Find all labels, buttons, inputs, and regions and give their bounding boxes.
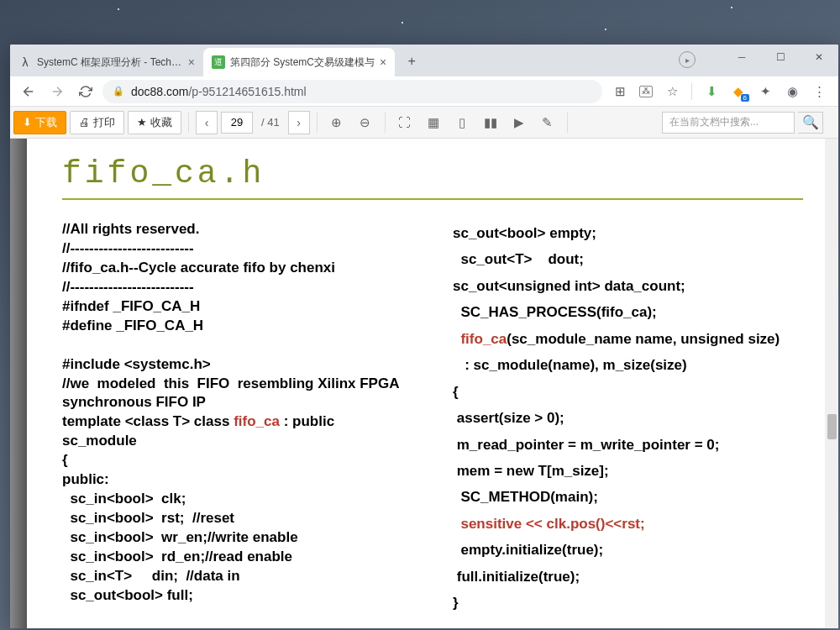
lambda-icon: λ: [18, 55, 32, 69]
address-bar: 🔒 doc88.com/p-951214651615.html ⊞ ⁂ ☆ ⬇ …: [10, 76, 838, 107]
reload-button[interactable]: [74, 80, 97, 103]
titlebar: λ SystemC 框架原理分析 - Tech No × 道 第四部分 Syst…: [10, 45, 838, 76]
document-page: fifo_ca.h //All rights reserved.//------…: [27, 139, 838, 628]
fingerprint-icon[interactable]: ◉: [785, 84, 800, 99]
edit-icon[interactable]: ✎: [535, 111, 560, 134]
bookmark-icon[interactable]: ☆: [664, 84, 680, 99]
close-window-button[interactable]: ✕: [800, 45, 838, 70]
puzzle-icon[interactable]: ✦: [758, 84, 773, 99]
tab-label: 第四部分 SystemC交易级建模与: [230, 55, 375, 70]
tab-inactive[interactable]: λ SystemC 框架原理分析 - Tech No ×: [10, 48, 203, 76]
badge-count: 6: [741, 94, 749, 102]
back-button[interactable]: [17, 80, 40, 103]
single-page-icon[interactable]: ▯: [449, 111, 475, 134]
close-icon[interactable]: ×: [188, 55, 195, 69]
grid-view-icon[interactable]: ▦: [421, 111, 446, 134]
present-icon[interactable]: ▶: [507, 111, 532, 134]
two-page-icon[interactable]: ▮▮: [478, 111, 503, 134]
download-icon: ⬇: [23, 116, 32, 129]
tab-label: SystemC 框架原理分析 - Tech No: [37, 55, 183, 70]
lock-icon: 🔒: [113, 86, 124, 97]
download-label: 下载: [35, 115, 57, 130]
zoom-out-icon[interactable]: ⊖: [353, 111, 378, 134]
download-ext-icon[interactable]: ⬇: [704, 84, 719, 99]
url-path: /p-951214651615.html: [188, 85, 306, 98]
code-column-right: sc_out<bool> empty; sc_out<T> dout;sc_ou…: [453, 220, 803, 617]
url-input[interactable]: 🔒 doc88.com/p-951214651615.html: [102, 80, 602, 103]
url-domain: doc88.com: [131, 85, 188, 98]
translate-icon[interactable]: ⁂: [639, 86, 653, 97]
qr-icon[interactable]: ⊞: [612, 84, 627, 99]
document-viewport: fifo_ca.h //All rights reserved.//------…: [10, 139, 838, 628]
page-total: / 41: [256, 116, 285, 129]
page-title: fifo_ca.h: [62, 152, 803, 200]
document-toolbar: ⬇下载 🖨打印 ★收藏 ‹ / 41 › ⊕ ⊖ ⛶ ▦ ▯ ▮▮ ▶ ✎ 在当…: [10, 107, 838, 139]
menu-icon[interactable]: ⋮: [811, 84, 827, 99]
close-icon[interactable]: ×: [380, 55, 386, 69]
address-actions: ⊞ ⁂ ☆ ⬇ ◆6 ✦ ◉ ⋮: [607, 83, 832, 100]
search-input[interactable]: 在当前文档中搜索...: [662, 112, 795, 134]
minimize-button[interactable]: ─: [722, 45, 761, 70]
doc-icon: 道: [212, 55, 225, 69]
extension-icon[interactable]: ◆6: [731, 84, 746, 99]
forward-button[interactable]: [45, 80, 69, 103]
fullscreen-icon[interactable]: ⛶: [392, 111, 417, 134]
window-controls: ─ ☐ ✕: [722, 45, 838, 70]
print-icon: 🖨: [79, 116, 90, 129]
prev-page-button[interactable]: ‹: [196, 111, 218, 134]
page-edge: [10, 139, 27, 628]
favorite-label: 收藏: [150, 115, 172, 130]
print-label: 打印: [93, 115, 115, 130]
new-tab-button[interactable]: +: [400, 50, 423, 73]
tab-active[interactable]: 道 第四部分 SystemC交易级建模与 ×: [203, 48, 395, 76]
zoom-in-icon[interactable]: ⊕: [324, 111, 349, 134]
cast-icon[interactable]: ▸: [679, 51, 696, 68]
scroll-thumb[interactable]: [827, 414, 837, 439]
browser-window: λ SystemC 框架原理分析 - Tech No × 道 第四部分 Syst…: [10, 45, 838, 628]
next-page-button[interactable]: ›: [288, 111, 310, 134]
print-button[interactable]: 🖨打印: [70, 111, 124, 134]
maximize-button[interactable]: ☐: [761, 45, 800, 70]
search-button[interactable]: 🔍: [798, 112, 823, 134]
download-button[interactable]: ⬇下载: [13, 111, 66, 134]
star-icon: ★: [137, 116, 147, 129]
favorite-button[interactable]: ★收藏: [128, 111, 181, 134]
code-column-left: //All rights reserved.//----------------…: [62, 220, 412, 617]
scrollbar[interactable]: [825, 139, 838, 628]
page-input[interactable]: [221, 112, 253, 134]
